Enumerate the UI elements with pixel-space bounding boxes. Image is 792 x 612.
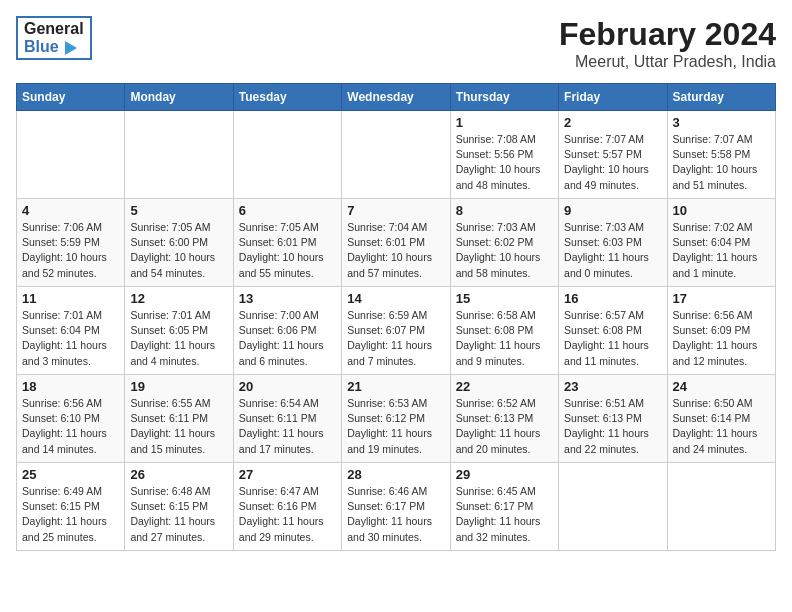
logo: General Blue: [16, 16, 92, 60]
logo-blue: Blue: [24, 38, 84, 56]
calendar-cell: 20 Sunrise: 6:54 AMSunset: 6:11 PMDaylig…: [233, 375, 341, 463]
logo-general: General: [24, 20, 84, 38]
day-detail: Sunrise: 6:46 AMSunset: 6:17 PMDaylight:…: [347, 485, 432, 543]
calendar-cell: 13 Sunrise: 7:00 AMSunset: 6:06 PMDaylig…: [233, 287, 341, 375]
day-detail: Sunrise: 6:48 AMSunset: 6:15 PMDaylight:…: [130, 485, 215, 543]
day-detail: Sunrise: 7:01 AMSunset: 6:04 PMDaylight:…: [22, 309, 107, 367]
calendar-cell: 26 Sunrise: 6:48 AMSunset: 6:15 PMDaylig…: [125, 463, 233, 551]
day-number: 10: [673, 203, 770, 218]
weekday-header: Tuesday: [233, 84, 341, 111]
calendar-cell: 10 Sunrise: 7:02 AMSunset: 6:04 PMDaylig…: [667, 199, 775, 287]
calendar-cell: 23 Sunrise: 6:51 AMSunset: 6:13 PMDaylig…: [559, 375, 667, 463]
day-number: 13: [239, 291, 336, 306]
calendar-week-row: 1 Sunrise: 7:08 AMSunset: 5:56 PMDayligh…: [17, 111, 776, 199]
calendar-cell: 9 Sunrise: 7:03 AMSunset: 6:03 PMDayligh…: [559, 199, 667, 287]
day-number: 6: [239, 203, 336, 218]
day-detail: Sunrise: 6:57 AMSunset: 6:08 PMDaylight:…: [564, 309, 649, 367]
calendar-cell: 24 Sunrise: 6:50 AMSunset: 6:14 PMDaylig…: [667, 375, 775, 463]
calendar-cell: [667, 463, 775, 551]
weekday-header-row: SundayMondayTuesdayWednesdayThursdayFrid…: [17, 84, 776, 111]
day-detail: Sunrise: 7:03 AMSunset: 6:03 PMDaylight:…: [564, 221, 649, 279]
calendar-cell: 14 Sunrise: 6:59 AMSunset: 6:07 PMDaylig…: [342, 287, 450, 375]
calendar-cell: [559, 463, 667, 551]
day-detail: Sunrise: 6:49 AMSunset: 6:15 PMDaylight:…: [22, 485, 107, 543]
day-detail: Sunrise: 7:06 AMSunset: 5:59 PMDaylight:…: [22, 221, 107, 279]
day-detail: Sunrise: 6:59 AMSunset: 6:07 PMDaylight:…: [347, 309, 432, 367]
calendar-cell: 16 Sunrise: 6:57 AMSunset: 6:08 PMDaylig…: [559, 287, 667, 375]
day-number: 3: [673, 115, 770, 130]
calendar-cell: 28 Sunrise: 6:46 AMSunset: 6:17 PMDaylig…: [342, 463, 450, 551]
day-number: 15: [456, 291, 553, 306]
day-number: 8: [456, 203, 553, 218]
day-detail: Sunrise: 6:52 AMSunset: 6:13 PMDaylight:…: [456, 397, 541, 455]
day-detail: Sunrise: 6:56 AMSunset: 6:10 PMDaylight:…: [22, 397, 107, 455]
day-detail: Sunrise: 7:01 AMSunset: 6:05 PMDaylight:…: [130, 309, 215, 367]
day-number: 1: [456, 115, 553, 130]
day-number: 25: [22, 467, 119, 482]
day-detail: Sunrise: 6:47 AMSunset: 6:16 PMDaylight:…: [239, 485, 324, 543]
calendar-cell: 5 Sunrise: 7:05 AMSunset: 6:00 PMDayligh…: [125, 199, 233, 287]
calendar-cell: 15 Sunrise: 6:58 AMSunset: 6:08 PMDaylig…: [450, 287, 558, 375]
calendar-cell: 18 Sunrise: 6:56 AMSunset: 6:10 PMDaylig…: [17, 375, 125, 463]
calendar-cell: 27 Sunrise: 6:47 AMSunset: 6:16 PMDaylig…: [233, 463, 341, 551]
weekday-header: Thursday: [450, 84, 558, 111]
day-detail: Sunrise: 7:05 AMSunset: 6:00 PMDaylight:…: [130, 221, 215, 279]
logo-box: General Blue: [16, 16, 92, 60]
day-detail: Sunrise: 6:51 AMSunset: 6:13 PMDaylight:…: [564, 397, 649, 455]
day-number: 26: [130, 467, 227, 482]
day-number: 2: [564, 115, 661, 130]
day-detail: Sunrise: 6:50 AMSunset: 6:14 PMDaylight:…: [673, 397, 758, 455]
day-number: 7: [347, 203, 444, 218]
day-number: 19: [130, 379, 227, 394]
weekday-header: Sunday: [17, 84, 125, 111]
day-detail: Sunrise: 7:08 AMSunset: 5:56 PMDaylight:…: [456, 133, 541, 191]
calendar-cell: 22 Sunrise: 6:52 AMSunset: 6:13 PMDaylig…: [450, 375, 558, 463]
weekday-header: Wednesday: [342, 84, 450, 111]
calendar-cell: 2 Sunrise: 7:07 AMSunset: 5:57 PMDayligh…: [559, 111, 667, 199]
day-number: 9: [564, 203, 661, 218]
day-detail: Sunrise: 7:00 AMSunset: 6:06 PMDaylight:…: [239, 309, 324, 367]
day-number: 22: [456, 379, 553, 394]
day-detail: Sunrise: 7:05 AMSunset: 6:01 PMDaylight:…: [239, 221, 324, 279]
day-number: 18: [22, 379, 119, 394]
calendar-cell: [17, 111, 125, 199]
calendar-cell: 29 Sunrise: 6:45 AMSunset: 6:17 PMDaylig…: [450, 463, 558, 551]
day-detail: Sunrise: 6:55 AMSunset: 6:11 PMDaylight:…: [130, 397, 215, 455]
day-detail: Sunrise: 6:53 AMSunset: 6:12 PMDaylight:…: [347, 397, 432, 455]
day-number: 20: [239, 379, 336, 394]
day-number: 23: [564, 379, 661, 394]
calendar-cell: [233, 111, 341, 199]
weekday-header: Friday: [559, 84, 667, 111]
calendar-table: SundayMondayTuesdayWednesdayThursdayFrid…: [16, 83, 776, 551]
day-detail: Sunrise: 7:02 AMSunset: 6:04 PMDaylight:…: [673, 221, 758, 279]
day-number: 11: [22, 291, 119, 306]
calendar-cell: 8 Sunrise: 7:03 AMSunset: 6:02 PMDayligh…: [450, 199, 558, 287]
logo-flag-icon: [65, 41, 77, 55]
day-detail: Sunrise: 6:45 AMSunset: 6:17 PMDaylight:…: [456, 485, 541, 543]
day-number: 27: [239, 467, 336, 482]
day-detail: Sunrise: 6:56 AMSunset: 6:09 PMDaylight:…: [673, 309, 758, 367]
day-number: 12: [130, 291, 227, 306]
day-number: 29: [456, 467, 553, 482]
day-detail: Sunrise: 7:07 AMSunset: 5:57 PMDaylight:…: [564, 133, 649, 191]
calendar-week-row: 25 Sunrise: 6:49 AMSunset: 6:15 PMDaylig…: [17, 463, 776, 551]
calendar-cell: 12 Sunrise: 7:01 AMSunset: 6:05 PMDaylig…: [125, 287, 233, 375]
calendar-cell: 25 Sunrise: 6:49 AMSunset: 6:15 PMDaylig…: [17, 463, 125, 551]
calendar-cell: 3 Sunrise: 7:07 AMSunset: 5:58 PMDayligh…: [667, 111, 775, 199]
calendar-cell: [125, 111, 233, 199]
page-header: General Blue February 2024 Meerut, Uttar…: [16, 16, 776, 71]
day-detail: Sunrise: 6:54 AMSunset: 6:11 PMDaylight:…: [239, 397, 324, 455]
calendar-cell: 17 Sunrise: 6:56 AMSunset: 6:09 PMDaylig…: [667, 287, 775, 375]
calendar-cell: 1 Sunrise: 7:08 AMSunset: 5:56 PMDayligh…: [450, 111, 558, 199]
calendar-cell: 21 Sunrise: 6:53 AMSunset: 6:12 PMDaylig…: [342, 375, 450, 463]
day-number: 28: [347, 467, 444, 482]
calendar-cell: 6 Sunrise: 7:05 AMSunset: 6:01 PMDayligh…: [233, 199, 341, 287]
weekday-header: Monday: [125, 84, 233, 111]
calendar-week-row: 4 Sunrise: 7:06 AMSunset: 5:59 PMDayligh…: [17, 199, 776, 287]
day-number: 17: [673, 291, 770, 306]
calendar-week-row: 11 Sunrise: 7:01 AMSunset: 6:04 PMDaylig…: [17, 287, 776, 375]
calendar-cell: 4 Sunrise: 7:06 AMSunset: 5:59 PMDayligh…: [17, 199, 125, 287]
page-title: February 2024: [559, 16, 776, 53]
day-number: 21: [347, 379, 444, 394]
day-number: 5: [130, 203, 227, 218]
